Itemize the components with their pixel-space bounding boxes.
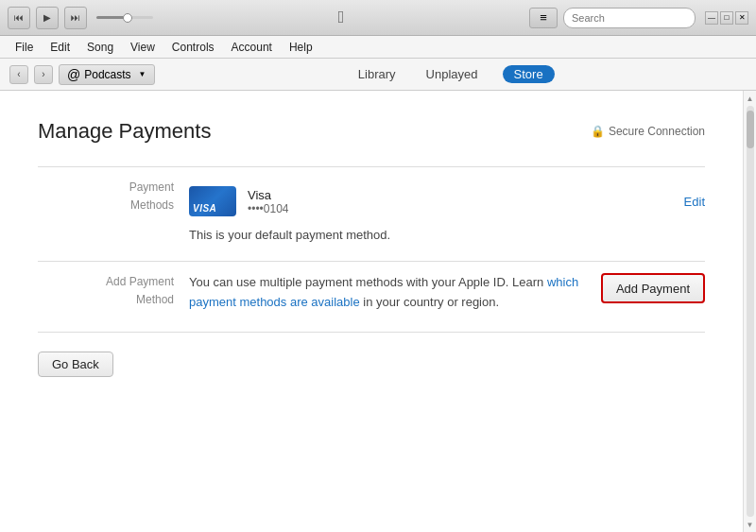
- add-payment-section: Add Payment Method You can use multiple …: [38, 273, 705, 313]
- add-payment-content: You can use multiple payment methods wit…: [189, 273, 705, 313]
- secure-connection: 🔒 Secure Connection: [591, 125, 705, 138]
- nav-links: Library Unplayed Store: [161, 65, 747, 83]
- lock-icon: 🔒: [591, 125, 605, 138]
- list-icon: ≡: [540, 10, 547, 25]
- visa-card: VISA: [189, 186, 236, 216]
- menu-controls[interactable]: Controls: [164, 39, 222, 56]
- podcast-label: Podcasts: [84, 68, 130, 81]
- card-details: Visa ••••0104: [248, 188, 289, 215]
- rewind-button[interactable]: ⏮: [8, 7, 30, 29]
- volume-slider[interactable]: [96, 16, 153, 19]
- scroll-up-arrow[interactable]: ▲: [745, 93, 756, 104]
- minimize-button[interactable]: —: [705, 11, 718, 25]
- apple-logo: : [161, 8, 522, 27]
- default-payment-text: This is your default payment method.: [189, 224, 705, 242]
- add-payment-desc-part2: in your country or region.: [360, 295, 499, 309]
- card-name: Visa: [248, 188, 289, 202]
- scroll-thumb[interactable]: [747, 111, 754, 148]
- podcast-selector[interactable]: @ Podcasts ▼: [59, 64, 155, 85]
- menu-song[interactable]: Song: [79, 39, 121, 56]
- maximize-button[interactable]: □: [720, 11, 733, 25]
- content-area: Manage Payments 🔒 Secure Connection Paym…: [0, 91, 743, 532]
- payment-methods-label: Payment Methods: [38, 179, 189, 242]
- menu-help[interactable]: Help: [282, 39, 320, 56]
- title-bar: ⏮ ▶ ⏭  ≡ — □ ✕: [0, 0, 756, 36]
- add-payment-text: You can use multiple payment methods wit…: [189, 273, 590, 313]
- add-payment-desc-part1: You can use multiple payment methods wit…: [189, 275, 547, 289]
- forward-button[interactable]: ⏭: [64, 7, 87, 29]
- forward-nav-button[interactable]: ›: [34, 65, 53, 84]
- payment-methods-content: VISA Visa ••••0104 Edit This is your def…: [189, 179, 705, 242]
- playback-controls: ⏮ ▶ ⏭: [8, 7, 153, 29]
- menu-edit[interactable]: Edit: [43, 39, 77, 56]
- card-info: VISA Visa ••••0104: [189, 186, 289, 216]
- back-nav-button[interactable]: ‹: [9, 65, 28, 84]
- payment-methods-section: Payment Methods VISA Visa ••••0104 Edit …: [38, 179, 705, 242]
- scroll-track[interactable]: [747, 106, 754, 517]
- add-payment-button[interactable]: Add Payment: [601, 273, 705, 303]
- menu-bar: File Edit Song View Controls Account Hel…: [0, 36, 756, 59]
- scrollbar: ▲ ▼: [743, 91, 756, 532]
- secure-connection-label: Secure Connection: [609, 125, 705, 138]
- scroll-down-arrow[interactable]: ▼: [745, 519, 756, 530]
- nav-link-library[interactable]: Library: [352, 65, 402, 83]
- card-number: ••••0104: [248, 202, 289, 215]
- dropdown-arrow-icon: ▼: [139, 70, 146, 78]
- mid-divider: [38, 261, 705, 262]
- page-title: Manage Payments: [38, 119, 211, 144]
- list-view-button[interactable]: ≡: [529, 8, 558, 28]
- menu-account[interactable]: Account: [224, 39, 280, 56]
- podcast-icon: @: [67, 67, 80, 82]
- visa-logo: VISA: [193, 203, 216, 214]
- add-payment-label: Add Payment Method: [38, 273, 189, 313]
- title-bar-right: ≡ — □ ✕: [529, 8, 748, 28]
- nav-link-store[interactable]: Store: [503, 65, 555, 83]
- nav-link-unplayed[interactable]: Unplayed: [421, 65, 484, 83]
- go-back-button[interactable]: Go Back: [38, 352, 113, 377]
- close-button[interactable]: ✕: [735, 11, 748, 25]
- edit-link[interactable]: Edit: [684, 195, 705, 209]
- search-box[interactable]: [563, 8, 696, 28]
- top-divider: [38, 166, 705, 167]
- play-button[interactable]: ▶: [36, 7, 59, 29]
- payment-method-row: VISA Visa ••••0104 Edit: [189, 179, 705, 224]
- main-content: Manage Payments 🔒 Secure Connection Paym…: [0, 91, 756, 532]
- window-controls: — □ ✕: [705, 11, 748, 25]
- menu-file[interactable]: File: [8, 39, 41, 56]
- bottom-divider: [38, 332, 705, 333]
- menu-view[interactable]: View: [123, 39, 163, 56]
- search-input[interactable]: [572, 12, 687, 24]
- page-header: Manage Payments 🔒 Secure Connection: [38, 119, 705, 144]
- nav-bar: ‹ › @ Podcasts ▼ Library Unplayed Store: [0, 59, 756, 91]
